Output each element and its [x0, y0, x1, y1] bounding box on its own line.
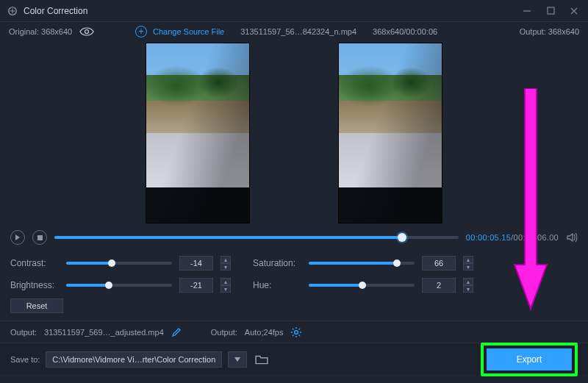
saturation-value[interactable]: 66 [422, 256, 456, 271]
timecode: 00:00:05.15/00:00:06.00 [466, 233, 559, 242]
brightness-stepper[interactable]: ▲▼ [220, 278, 231, 293]
saturation-label: Saturation: [253, 258, 301, 268]
save-path-field[interactable]: C:\Vidmore\Vidmore Vi…rter\Color Correct… [46, 351, 222, 368]
maximize-button[interactable] [544, 4, 557, 18]
plus-circle-icon: + [135, 26, 147, 37]
preview-toggle-eye-icon[interactable] [79, 27, 93, 36]
output-filename: 313511597_569…_adjusted.mp4 [44, 328, 164, 337]
export-button[interactable]: Export [487, 348, 572, 371]
svg-point-4 [295, 330, 298, 334]
output-dimensions-label: Output: 368x640 [520, 27, 579, 36]
hue-value[interactable]: 2 [422, 278, 456, 293]
stop-button[interactable] [32, 230, 47, 245]
hue-label: Hue: [253, 280, 301, 290]
output-preview [338, 43, 442, 223]
export-highlight: Export [481, 343, 578, 376]
contrast-label: Contrast: [10, 258, 59, 268]
source-filename: 313511597_56…842324_n.mp4 [240, 27, 356, 36]
source-dimensions-duration: 368x640/00:00:06 [373, 27, 437, 36]
contrast-slider[interactable] [66, 262, 172, 265]
brightness-slider[interactable] [66, 284, 172, 287]
minimize-button[interactable] [520, 4, 534, 18]
svg-rect-1 [548, 7, 554, 14]
original-preview [146, 43, 250, 223]
svg-point-2 [85, 30, 89, 34]
brightness-value[interactable]: -21 [179, 278, 213, 293]
close-button[interactable] [567, 4, 581, 18]
output-format-value: Auto;24fps [245, 328, 284, 337]
contrast-stepper[interactable]: ▲▼ [220, 256, 231, 271]
volume-icon[interactable] [566, 232, 578, 243]
open-folder-icon[interactable] [253, 351, 270, 368]
hue-slider[interactable] [309, 284, 415, 287]
app-icon [7, 6, 18, 16]
contrast-value[interactable]: -14 [179, 256, 213, 271]
original-dimensions-label: Original: 368x640 [9, 27, 72, 36]
save-path-dropdown[interactable] [228, 351, 247, 368]
window-title: Color Correction [24, 6, 87, 16]
change-source-file-label: Change Source File [153, 27, 224, 36]
saturation-stepper[interactable]: ▲▼ [463, 256, 473, 271]
edit-filename-icon[interactable] [171, 327, 182, 337]
output-format-label: Output: [211, 328, 237, 337]
hue-stepper[interactable]: ▲▼ [463, 278, 473, 293]
output-filename-label: Output: [10, 328, 37, 337]
seek-slider[interactable] [54, 236, 459, 239]
change-source-file-button[interactable]: + Change Source File [135, 26, 224, 37]
save-to-label: Save to: [10, 355, 40, 364]
reset-button[interactable]: Reset [10, 298, 63, 313]
svg-rect-3 [37, 235, 43, 240]
output-settings-gear-icon[interactable] [290, 326, 302, 338]
duration: 00:00:06.00 [514, 233, 559, 242]
saturation-slider[interactable] [309, 262, 415, 265]
current-time: 00:00:05.15 [466, 233, 511, 242]
brightness-label: Brightness: [10, 280, 59, 290]
play-button[interactable] [10, 230, 25, 245]
